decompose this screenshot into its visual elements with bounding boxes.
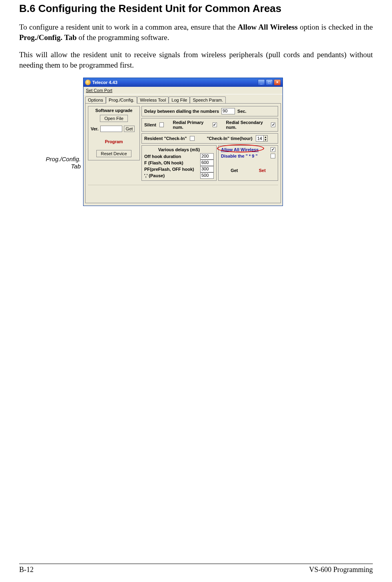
tab-wireless-tool[interactable]: Wireless Tool [137, 96, 169, 104]
checkin-time-spinner[interactable]: 14 ▲▼ [256, 135, 268, 142]
figure-row: Prog./Config. Tab Telecor 4.43 _ □ × Set… [19, 78, 373, 206]
caption-line2: Tab [71, 163, 81, 170]
disable-star9-checkbox[interactable] [271, 154, 275, 158]
redial-secondary-label: Redial Secondary num. [226, 120, 268, 130]
flash-label: F (Flash, ON hook) [144, 160, 183, 165]
open-file-button[interactable]: Open File [100, 115, 128, 122]
silent-checkbox[interactable] [159, 122, 164, 127]
checkin-time-label: "Check-In" time(hour) [207, 136, 252, 141]
allow-all-wireless-checkbox[interactable] [271, 147, 275, 152]
checkin-time-value: 14 [256, 136, 263, 141]
disable-star9-label: Disable the " * 9 " [221, 154, 258, 158]
p1-bold-prog-config: Prog./Config. Tab [19, 33, 77, 42]
pause-label: ',' (Pause) [144, 173, 165, 178]
redial-secondary-checkbox[interactable] [271, 122, 275, 127]
app-icon [85, 80, 91, 85]
delay-value-field[interactable]: 90 [221, 108, 235, 114]
tab-panel-prog-config: Software upgrade Open File Ver. Get Prog… [85, 103, 281, 203]
titlebar[interactable]: Telecor 4.43 _ □ × [84, 78, 283, 87]
redial-primary-label: Redial Primary num. [173, 120, 209, 130]
p1-text-a: To configure a resident unit to work in … [19, 23, 238, 31]
footer-doc-title: VS-600 Programming [309, 566, 373, 574]
p1-bold-allow-wireless: Allow All Wireless [238, 23, 298, 31]
delay-label: Delay between dialling the numbers [144, 109, 219, 114]
resident-checkin-checkbox[interactable] [190, 136, 195, 141]
caption-line1: Prog./Config. [46, 156, 81, 162]
maximize-button[interactable]: □ [266, 79, 273, 86]
window-title: Telecor 4.43 [92, 80, 258, 85]
footer-page-number: B-12 [19, 566, 34, 574]
various-delays-header: Various delays (mS) [144, 147, 214, 152]
off-hook-label: Off hook duration [144, 154, 181, 159]
program-button[interactable]: Program [91, 139, 137, 144]
preflash-field[interactable]: 300 [200, 166, 214, 172]
paragraph-2: This will allow the resident unit to rec… [19, 50, 373, 70]
tab-log-file[interactable]: Log File [169, 96, 190, 104]
allow-all-wireless-label: Allow All Wireless [221, 147, 259, 152]
preflash-label: PF(preFlash, OFF hook) [144, 167, 194, 172]
set-button[interactable]: Set [259, 168, 266, 173]
app-window: Telecor 4.43 _ □ × Set Com Port Options … [83, 78, 283, 206]
tab-speech-param[interactable]: Speech Param. [190, 96, 226, 104]
silent-label: Silent [144, 122, 156, 127]
figure-caption: Prog./Config. Tab [19, 156, 83, 206]
minimize-button[interactable]: _ [258, 79, 265, 86]
paragraph-1: To configure a resident unit to work in … [19, 22, 373, 42]
tab-options[interactable]: Options [85, 96, 106, 104]
resident-checkin-label: Resident "Check-In" [144, 136, 187, 141]
pause-field[interactable]: 500 [200, 172, 214, 179]
reset-device-button[interactable]: Reset Device [96, 150, 131, 157]
version-field[interactable] [100, 126, 122, 132]
page-footer: B-12 VS-600 Programming [19, 564, 373, 574]
menu-set-com-port[interactable]: Set Com Port [84, 87, 283, 94]
ver-label: Ver. [91, 126, 99, 131]
tab-prog-config[interactable]: Prog./Config. [106, 96, 137, 104]
off-hook-field[interactable]: 200 [200, 153, 214, 160]
close-button[interactable]: × [274, 79, 281, 86]
get-button[interactable]: Get [231, 168, 238, 173]
flash-field[interactable]: 600 [200, 160, 214, 166]
p1-text-b: option is checked in the [298, 23, 373, 31]
p1-text-c: of the programming software. [77, 33, 169, 42]
software-upgrade-label: Software upgrade [91, 108, 137, 113]
redial-primary-checkbox[interactable] [213, 122, 217, 127]
ver-get-button[interactable]: Get [124, 126, 135, 132]
right-column: Delay between dialling the numbers 90 Se… [141, 106, 278, 182]
left-column: Software upgrade Open File Ver. Get Prog… [88, 106, 140, 162]
sec-label: Sec. [237, 109, 247, 114]
tab-bar: Options Prog./Config. Wireless Tool Log … [84, 94, 283, 103]
section-heading: B.6 Configuring the Resident Unit for Co… [19, 2, 373, 15]
